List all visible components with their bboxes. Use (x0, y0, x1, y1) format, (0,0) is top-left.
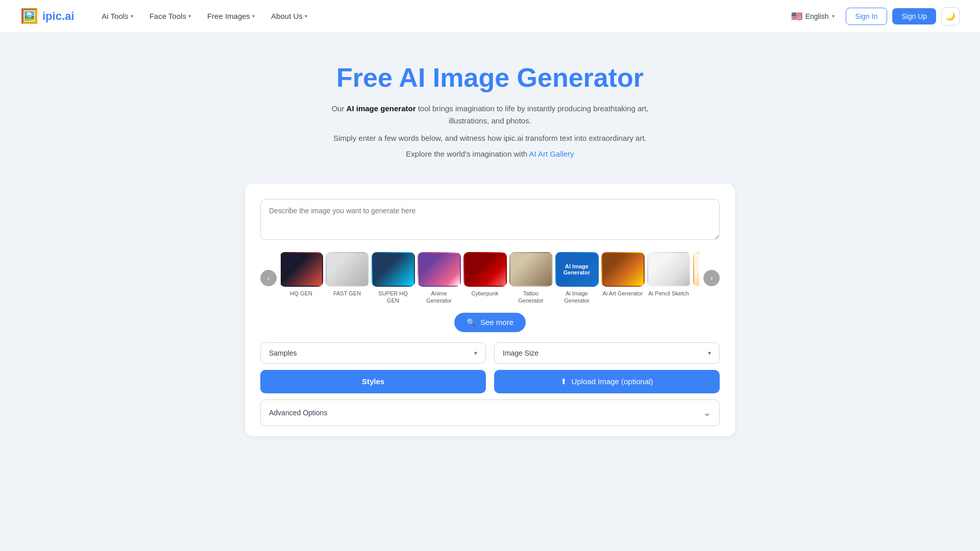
nav-links: Ai Tools ▾ Face Tools ▾ Free Images ▾ Ab… (94, 8, 785, 24)
style-label: Ai Art Generator (603, 290, 643, 297)
see-more-icon: 🔍 (467, 318, 476, 327)
hero-section: Free AI Image Generator Our AI image gen… (0, 33, 980, 173)
chevron-icon: ▾ (305, 13, 307, 19)
nav-right: 🇺🇸 English ▾ Sign In Sign Up 🌙 (785, 7, 960, 26)
generator-card: ‹ HQ GENFAST GENSUPER HQ GENAnime Genera… (245, 184, 735, 436)
styles-button[interactable]: Styles (260, 370, 486, 393)
chevron-icon: ▾ (188, 13, 191, 19)
style-label: Cyberpunk (471, 290, 498, 297)
action-row: Styles ⬆ Upload Image (optional) (260, 370, 720, 393)
chevron-down-icon: ▾ (474, 349, 477, 357)
style-card-ai-art-generator[interactable]: Ai Art Generator (602, 252, 643, 305)
style-card-cyberpunk[interactable]: Cyberpunk (464, 252, 505, 305)
advanced-options-row[interactable]: Advanced Options ⌄ (260, 399, 720, 426)
style-card-ai-image-generator[interactable]: AI Image GeneratorAi Image Generator (556, 252, 597, 305)
style-label: HQ GEN (290, 290, 312, 297)
chevron-icon: ▾ (832, 13, 835, 19)
logo-icon: 🖼️ (20, 8, 38, 24)
signin-button[interactable]: Sign In (846, 8, 888, 25)
see-more-button[interactable]: 🔍 See more (454, 313, 526, 332)
style-label: FAST GEN (333, 290, 361, 297)
image-size-dropdown[interactable]: Image Size ▾ (494, 342, 720, 364)
samples-dropdown[interactable]: Samples ▾ (260, 342, 486, 364)
upload-button[interactable]: ⬆ Upload Image (optional) (494, 370, 720, 393)
logo[interactable]: 🖼️ ipic.ai (20, 8, 74, 24)
thumbnail-overlay: AI Image Generator (556, 253, 598, 286)
hero-description: Our AI image generator tool brings imagi… (311, 103, 669, 127)
hero-desc-bold: AI image generator (347, 104, 416, 113)
style-card-3d-cartoon[interactable]: 3d Cartoon (694, 252, 699, 305)
carousel-track: HQ GENFAST GENSUPER HQ GENAnime Generato… (281, 252, 699, 305)
chevron-icon: ▾ (131, 13, 133, 19)
style-label: SUPER HQ GEN (373, 290, 413, 305)
hero-desc-prefix: Our (331, 104, 346, 113)
nav-ai-tools[interactable]: Ai Tools ▾ (94, 8, 140, 24)
hero-description-line2: Simply enter a few words below, and witn… (311, 132, 669, 144)
language-selector[interactable]: 🇺🇸 English ▾ (785, 7, 841, 26)
carousel-next-button[interactable]: › (703, 270, 720, 286)
chevron-down-icon: ⌄ (703, 407, 711, 418)
nav-about-us[interactable]: About Us ▾ (264, 8, 314, 24)
nav-face-tools[interactable]: Face Tools ▾ (142, 8, 198, 24)
nav-free-images[interactable]: Free Images ▾ (200, 8, 262, 24)
upload-icon: ⬆ (560, 377, 567, 386)
hero-title: Free AI Image Generator (10, 63, 970, 92)
carousel-prev-button[interactable]: ‹ (260, 270, 277, 286)
samples-label: Samples (269, 349, 297, 357)
style-card-super-hq-gen[interactable]: SUPER HQ GEN (373, 252, 413, 305)
signup-button[interactable]: Sign Up (892, 8, 936, 24)
art-gallery-link[interactable]: AI Art Gallery (529, 149, 574, 158)
style-card-fast-gen[interactable]: FAST GEN (327, 252, 368, 305)
dark-mode-toggle[interactable]: 🌙 (941, 7, 960, 26)
hero-gallery-text: Explore the world's imagination with AI … (10, 149, 970, 158)
style-label: Ai Pencil Sketch (648, 290, 689, 297)
style-card-ai-pencil-sketch[interactable]: Ai Pencil Sketch (648, 252, 689, 305)
chevron-down-icon: ▾ (708, 349, 711, 357)
style-card-tattoo-generator[interactable]: Tattoo Generator (510, 252, 551, 305)
style-label: Ai Image Generator (556, 290, 597, 305)
upload-label: Upload Image (optional) (571, 377, 653, 386)
style-label: Tattoo Generator (510, 290, 551, 305)
flag-icon: 🇺🇸 (791, 11, 802, 22)
advanced-options-label: Advanced Options (269, 409, 327, 417)
see-more-label: See more (480, 318, 513, 327)
style-card-anime-generator[interactable]: Anime Generator (419, 252, 459, 305)
style-carousel: ‹ HQ GENFAST GENSUPER HQ GENAnime Genera… (260, 252, 720, 305)
prompt-textarea[interactable] (260, 199, 720, 240)
navbar: 🖼️ ipic.ai Ai Tools ▾ Face Tools ▾ Free … (0, 0, 980, 33)
hero-desc-suffix: tool brings imagination to life by insta… (415, 104, 648, 125)
style-card-hq-gen[interactable]: HQ GEN (281, 252, 322, 305)
chevron-icon: ▾ (252, 13, 255, 19)
language-label: English (805, 12, 829, 20)
logo-text: ipic.ai (42, 10, 74, 23)
image-size-label: Image Size (503, 349, 538, 357)
controls-row: Samples ▾ Image Size ▾ (260, 342, 720, 364)
style-label: Anime Generator (419, 290, 459, 305)
